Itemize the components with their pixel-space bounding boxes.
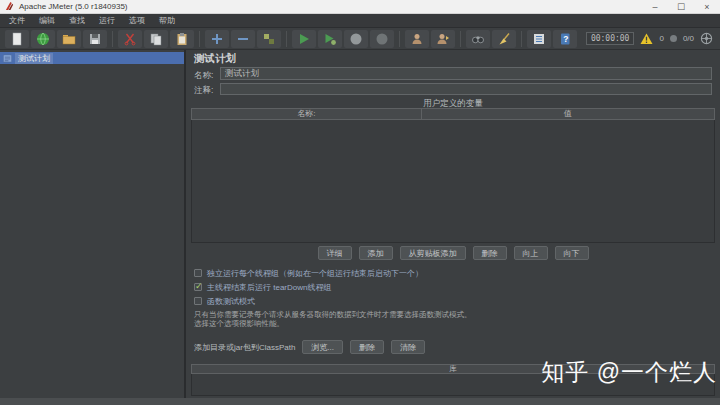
copy-icon [149, 32, 163, 46]
add-row-button[interactable]: 添加 [359, 246, 393, 260]
toolbar-status: 00:00:00 0 0/0 [586, 32, 716, 45]
delete-row-button[interactable]: 删除 [473, 246, 507, 260]
title-bar: Apache JMeter (5.0 r1840935) – ☐ × [0, 0, 720, 14]
cut-icon [123, 32, 137, 46]
minimize-button[interactable]: – [642, 0, 668, 13]
broom-icon [497, 32, 511, 46]
search-button[interactable] [466, 30, 490, 48]
remote-start-all-button[interactable] [431, 30, 455, 48]
jmeter-window: Apache JMeter (5.0 r1840935) – ☐ × 文件 编辑… [0, 0, 720, 405]
stop-icon [349, 32, 363, 46]
start-no-pauses-button[interactable] [318, 30, 342, 48]
test-plan-icon [3, 54, 12, 63]
stop-button[interactable] [344, 30, 368, 48]
checkbox-checked-icon [194, 283, 202, 291]
move-down-button[interactable]: 向下 [555, 246, 589, 260]
paste-button[interactable] [170, 30, 194, 48]
udv-column-name[interactable]: 名称: [191, 108, 422, 120]
name-input[interactable]: 测试计划 [220, 67, 712, 80]
checkbox-run-teardown[interactable]: 主线程结束后运行 tearDown线程组 [194, 282, 331, 292]
start-button[interactable] [292, 30, 316, 48]
checkbox-functional-mode[interactable]: 函数测试模式 [194, 296, 255, 306]
move-up-button[interactable]: 向上 [514, 246, 548, 260]
content-area: 测试计划 测试计划 名称: 测试计划 注释: 用户定义的变量 名称: 值 详细 … [0, 50, 720, 398]
shutdown-button[interactable] [370, 30, 394, 48]
menu-bar: 文件 编辑 查找 运行 选项 帮助 [0, 14, 720, 28]
test-plan-panel: 测试计划 名称: 测试计划 注释: 用户定义的变量 名称: 值 详细 添加 从剪… [186, 50, 720, 398]
udv-button-row: 详细 添加 从剪贴板添加 删除 向上 向下 [186, 246, 720, 260]
shutdown-icon [375, 32, 389, 46]
comment-input[interactable] [220, 83, 712, 95]
view-log-button[interactable] [527, 30, 551, 48]
watermark: 知乎 @一个烂人 [541, 357, 717, 388]
add-icon [210, 32, 224, 46]
maximize-button[interactable]: ☐ [668, 0, 694, 13]
toolbar-separator [286, 31, 287, 47]
warning-icon[interactable] [640, 33, 653, 45]
remove-button[interactable] [231, 30, 255, 48]
test-status-ball-icon [670, 35, 677, 42]
menu-options[interactable]: 选项 [122, 14, 152, 28]
classpath-clear-button[interactable]: 清除 [391, 340, 425, 354]
udv-table-body[interactable] [191, 120, 715, 243]
panel-title: 测试计划 [194, 52, 236, 66]
error-count: 0 [659, 34, 663, 43]
toolbar-separator [460, 31, 461, 47]
toolbar: ? 00:00:00 0 0/0 [0, 28, 720, 50]
thread-count: 0/0 [683, 34, 694, 43]
close-button[interactable]: × [694, 0, 720, 13]
toolbar-separator [199, 31, 200, 47]
remote-start-button[interactable] [405, 30, 429, 48]
test-plan-tree[interactable]: 测试计划 [0, 50, 186, 398]
templates-icon [36, 32, 50, 46]
menu-search[interactable]: 查找 [62, 14, 92, 28]
menu-edit[interactable]: 编辑 [32, 14, 62, 28]
window-title: Apache JMeter (5.0 r1840935) [19, 2, 128, 11]
udv-column-value[interactable]: 值 [421, 108, 715, 120]
menu-file[interactable]: 文件 [2, 14, 32, 28]
checkbox-run-thread-groups-consecutively[interactable]: 独立运行每个线程组（例如在一个组运行结束后启动下一个） [194, 268, 423, 278]
save-button[interactable] [83, 30, 107, 48]
toggle-icon [262, 32, 276, 46]
svg-text:?: ? [563, 34, 568, 44]
comment-label: 注释: [194, 85, 213, 97]
menu-run[interactable]: 运行 [92, 14, 122, 28]
copy-button[interactable] [144, 30, 168, 48]
classpath-delete-button[interactable]: 删除 [350, 340, 384, 354]
add-from-clipboard-button[interactable]: 从剪贴板添加 [400, 246, 466, 260]
save-icon [88, 32, 102, 46]
toolbar-separator [399, 31, 400, 47]
remove-icon [236, 32, 250, 46]
paste-icon [175, 32, 189, 46]
start-no-pauses-icon [323, 32, 337, 46]
classpath-label: 添加目录或jar包到ClassPath [194, 342, 295, 353]
checkbox-icon [194, 269, 202, 277]
toggle-button[interactable] [257, 30, 281, 48]
new-file-button[interactable] [5, 30, 29, 48]
search-icon [471, 32, 485, 46]
bottom-strip [0, 398, 720, 405]
new-file-icon [10, 32, 24, 46]
view-log-icon [532, 32, 546, 46]
toolbar-separator [521, 31, 522, 47]
checkbox-icon [194, 297, 202, 305]
menu-help[interactable]: 帮助 [152, 14, 182, 28]
functional-mode-help-2: 选择这个选项很影响性能。 [194, 319, 284, 329]
tree-item-test-plan[interactable]: 测试计划 [0, 52, 184, 64]
browse-button[interactable]: 浏览... [302, 340, 343, 354]
add-button[interactable] [205, 30, 229, 48]
classpath-row: 添加目录或jar包到ClassPath 浏览... 删除 清除 [194, 340, 425, 354]
toolbar-separator [112, 31, 113, 47]
status-target-icon[interactable] [700, 32, 713, 45]
tree-item-label: 测试计划 [15, 53, 53, 64]
clear-button[interactable] [492, 30, 516, 48]
help-button[interactable]: ? [553, 30, 577, 48]
open-file-button[interactable] [57, 30, 81, 48]
jmeter-logo-icon [5, 2, 14, 11]
templates-button[interactable] [31, 30, 55, 48]
detail-button[interactable]: 详细 [318, 246, 352, 260]
open-folder-icon [62, 32, 76, 46]
start-icon [297, 32, 311, 46]
remote-start-icon [410, 32, 424, 46]
cut-button[interactable] [118, 30, 142, 48]
